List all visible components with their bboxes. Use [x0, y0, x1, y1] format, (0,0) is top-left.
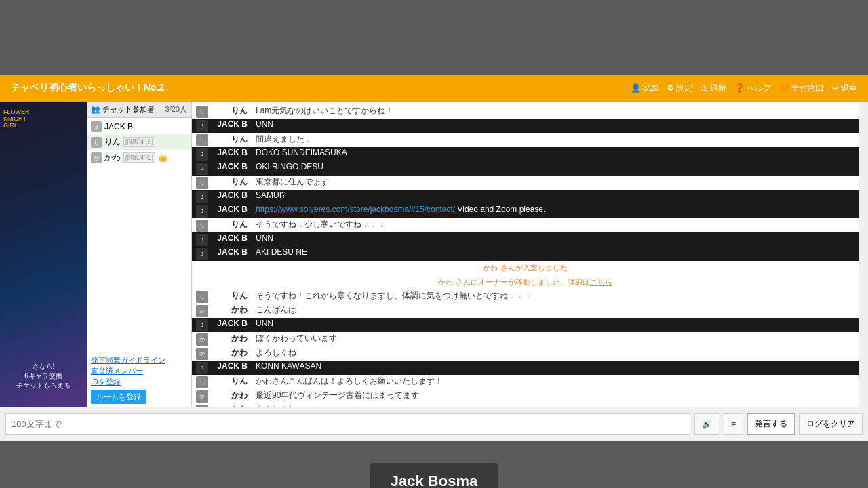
- banner-inner: FLOWERKNIGHTGIRL さなら!6キャラ交換チケットもらえる: [0, 102, 87, 407]
- message-text: UNN: [252, 319, 854, 328]
- chat-link[interactable]: https://www.solveres.com/store/jackbosma…: [256, 205, 455, 214]
- avatar: り: [196, 376, 208, 388]
- sound-button[interactable]: 🔊: [694, 413, 719, 435]
- message-text: そうですね！これから寒くなりますし、体調に気をつけ無いとですね．．．: [252, 290, 854, 302]
- participant-panel: 👥 チャット参加者 3/20人 J JACK B り りん [閲覧する] か か…: [87, 102, 192, 407]
- sender-name: JACK B: [211, 148, 252, 157]
- clear-log-button[interactable]: ログをクリア: [799, 413, 863, 435]
- panel-links: 発言頻繁ガイドライン 直営済メンバー IDを登録 ルームを登録: [87, 352, 191, 407]
- message-text: AKI DESU NE: [252, 247, 854, 257]
- sender-name: JACK B: [211, 319, 252, 328]
- message-text: https://www.solveres.com/store/jackbosma…: [252, 205, 854, 214]
- avatar: り: [196, 177, 208, 189]
- list-item: J JACK B: [87, 119, 191, 134]
- table-row: か かわ ぼくかわっていいます: [192, 332, 859, 346]
- sender-name: かわ: [211, 333, 252, 344]
- table-row: か かわ よろしくね: [192, 403, 859, 407]
- help-button[interactable]: ❓ ヘルプ: [734, 83, 771, 94]
- chat-input[interactable]: [5, 413, 690, 435]
- message-text: そうですね．少し寒いですね．．．: [252, 219, 854, 230]
- chat-scrollbar[interactable]: [859, 102, 868, 407]
- message-text: UNN: [252, 233, 854, 243]
- avatar: か: [196, 390, 208, 403]
- members-link[interactable]: 直営済メンバー: [91, 366, 187, 376]
- system-message: かわ さんが入室しました: [192, 261, 859, 275]
- message-text: I am元気なのはいいことですからね！: [252, 105, 854, 117]
- message-text: 最近90年代ヴィンテージ古着にはまってます: [252, 390, 854, 401]
- message-text: こんばんは: [252, 304, 854, 316]
- avatar: J: [196, 362, 208, 374]
- table-row: か かわ 最近90年代ヴィンテージ古着にはまってます: [192, 389, 859, 403]
- header: チャベリ初心者いらっしゃい！No.2 👤 3/20 ⚙ 設定 ⚠ 通報 ❓ ヘル…: [0, 75, 868, 102]
- sender-name: りん: [211, 105, 252, 117]
- table-row: か かわ こんばんは: [192, 304, 859, 318]
- table-row: か かわ よろしくね: [192, 346, 859, 361]
- chat-messages: り りん I am元気なのはいいことですからね！ J JACK B UNN り …: [192, 102, 859, 407]
- avatar: か: [196, 405, 208, 407]
- table-row: J JACK B OKI RINGO DESU: [192, 161, 859, 176]
- participant-name: JACK B: [104, 122, 133, 131]
- avatar: J: [196, 248, 208, 260]
- sender-name: りん: [211, 290, 252, 302]
- list-button[interactable]: ≡: [724, 413, 743, 435]
- message-text: DOKO SUNDEIMASUKA: [252, 148, 854, 157]
- exit-button[interactable]: ↩ 退室: [832, 83, 857, 94]
- sender-name: JACK B: [211, 205, 252, 214]
- table-row: り りん 間違えました．: [192, 133, 859, 147]
- table-row: J JACK B DOKO SUNDEIMASUKA: [192, 147, 859, 161]
- message-text: かわさんこんばんは！よろしくお願いいたします！: [252, 375, 854, 387]
- user-name-badge: Jack Bosma: [370, 463, 498, 488]
- sender-name: JACK B: [211, 247, 252, 257]
- top-gray-area: [0, 0, 868, 75]
- table-row: り りん I am元気なのはいいことですからね！: [192, 104, 859, 119]
- list-item: か かわ [閲覧する] 👑: [87, 150, 191, 165]
- speak-button[interactable]: 発言する: [747, 413, 795, 435]
- avatar: り: [196, 220, 208, 232]
- avatar: り: [196, 106, 208, 118]
- avatar: り: [91, 137, 102, 148]
- table-row: り りん 東京都に住んでます: [192, 176, 859, 190]
- view-badge[interactable]: [閲覧する]: [123, 152, 155, 163]
- rules-link[interactable]: 発言頻繁ガイドライン: [91, 355, 187, 365]
- left-banner: FLOWERKNIGHTGIRL さなら!6キャラ交換チケットもらえる: [0, 102, 87, 407]
- participant-header: 👥 チャット参加者 3/20人: [87, 102, 191, 118]
- id-register-link[interactable]: IDを登録: [91, 377, 187, 387]
- sender-name: JACK B: [211, 162, 252, 171]
- message-text: UNN: [252, 119, 854, 129]
- banner-text: さなら!6キャラ交換チケットもらえる: [14, 359, 73, 393]
- message-text: よろしくね: [252, 404, 854, 407]
- participant-name: りん: [104, 136, 121, 148]
- sender-name: かわ: [211, 390, 252, 401]
- avatar: J: [196, 148, 208, 161]
- banner-decoration: FLOWERKNIGHTGIRL: [3, 108, 30, 129]
- avatar: J: [196, 191, 208, 203]
- sender-name: りん: [211, 375, 252, 387]
- avatar: り: [196, 291, 208, 303]
- table-row: J JACK B KONN KAWASAN: [192, 361, 859, 375]
- settings-button[interactable]: ⚙ 設定: [667, 83, 692, 94]
- system-link[interactable]: こちら: [590, 278, 612, 286]
- participant-count: 3/20人: [165, 104, 187, 115]
- table-row: J JACK B UNN: [192, 119, 859, 133]
- room-register-button[interactable]: ルームを登録: [91, 390, 146, 404]
- message-text: OKI RINGO DESU: [252, 162, 854, 171]
- sender-name: JACK B: [211, 361, 252, 371]
- user-count-display: 👤 3/20: [631, 83, 658, 93]
- sender-name: かわ: [211, 404, 252, 407]
- participant-name: かわ: [104, 152, 121, 163]
- table-row: J JACK B AKI DESU NE: [192, 247, 859, 261]
- main-content: FLOWERKNIGHTGIRL さなら!6キャラ交換チケットもらえる 👥 チャ…: [0, 102, 868, 407]
- message-text: KONN KAWASAN: [252, 361, 854, 371]
- avatar: J: [196, 205, 208, 218]
- sender-name: りん: [211, 134, 252, 145]
- view-badge[interactable]: [閲覧する]: [123, 137, 155, 147]
- sender-name: JACK B: [211, 190, 252, 200]
- table-row: り りん そうですね！これから寒くなりますし、体調に気をつけ無いとですね．．．: [192, 289, 859, 304]
- table-row: J JACK B SAMUI?: [192, 190, 859, 204]
- message-text: 間違えました．: [252, 134, 854, 145]
- avatar: り: [196, 134, 208, 146]
- sender-name: JACK B: [211, 119, 252, 129]
- report-button[interactable]: ⚠ 通報: [701, 83, 726, 94]
- donate-button[interactable]: 🧡 寄付窓口: [779, 83, 824, 94]
- table-row: り りん そうですね．少し寒いですね．．．: [192, 218, 859, 232]
